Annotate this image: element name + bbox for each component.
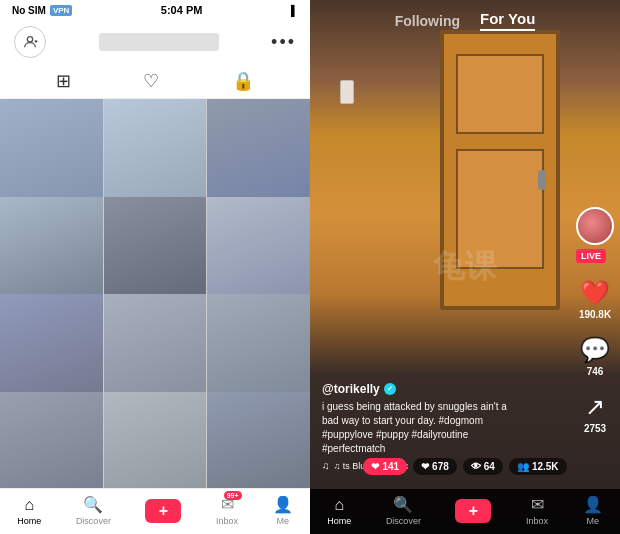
caption-text: i guess being attacked by snuggles ain't… xyxy=(322,400,522,456)
create-button-left[interactable]: + xyxy=(145,499,181,523)
nav-me-right[interactable]: 👤 Me xyxy=(583,495,603,526)
eye-stat-icon: 👁 xyxy=(471,461,481,472)
door-panel-bottom xyxy=(456,149,544,269)
stat-eye-value: 64 xyxy=(484,461,495,472)
profile-header: ••• xyxy=(0,20,310,64)
stat-user: 👥 12.5K xyxy=(509,458,567,475)
user-stat-icon: 👥 xyxy=(517,461,529,472)
bottom-navigation-right: ⌂ Home 🔍 Discover + ✉ Inbox 👤 Me xyxy=(310,489,620,534)
heart-icon: ♡ xyxy=(143,70,159,92)
wall-switch xyxy=(340,80,354,104)
stat-heart-red: ❤ 141 xyxy=(363,458,407,475)
profile-icon-right: 👤 xyxy=(583,495,603,514)
nav-home-label-left: Home xyxy=(17,516,41,526)
nav-me-left[interactable]: 👤 Me xyxy=(273,495,293,526)
create-button-right[interactable]: + xyxy=(455,499,491,523)
grid-tab[interactable]: ⊞ xyxy=(56,70,71,92)
comment-button[interactable]: 💬 746 xyxy=(580,336,610,377)
right-panel: 龟课 Following For You LIVE ❤️ 190.8K 💬 74… xyxy=(310,0,620,534)
vpn-badge: VPN xyxy=(50,5,72,16)
battery-indicator: ▌ xyxy=(291,5,298,16)
private-tab[interactable]: 🔒 xyxy=(232,70,254,92)
more-options-button[interactable]: ••• xyxy=(271,32,296,53)
carrier-text: No SIM xyxy=(12,5,46,16)
door-visual xyxy=(440,30,560,310)
bottom-navigation-left: ⌂ Home 🔍 Discover + ✉ 99+ Inbox 👤 Me xyxy=(0,488,310,534)
heart-icon-right: ❤️ xyxy=(580,279,610,307)
like-button[interactable]: ❤️ 190.8K xyxy=(579,279,611,320)
lock-icon: 🔒 xyxy=(232,70,254,92)
username-display xyxy=(99,33,219,51)
stat-user-value: 12.5K xyxy=(532,461,559,472)
nav-me-label-right: Me xyxy=(586,516,599,526)
video-grid: 308.0K 147.5K 148.3K 5.0M 2.0M 140.0K 16… xyxy=(0,99,310,488)
nav-discover-label-left: Discover xyxy=(76,516,111,526)
nav-me-label-left: Me xyxy=(276,516,289,526)
discover-icon-right: 🔍 xyxy=(393,495,413,514)
status-time: 5:04 PM xyxy=(161,4,203,16)
nav-discover-left[interactable]: 🔍 Discover xyxy=(76,495,111,526)
nav-home-label-right: Home xyxy=(327,516,351,526)
liked-tab[interactable]: ♡ xyxy=(143,70,159,92)
stat-heart-dark-value: 678 xyxy=(432,461,449,472)
comment-icon: 💬 xyxy=(580,336,610,364)
profile-icon-left: 👤 xyxy=(273,495,293,514)
door-panel-top xyxy=(456,54,544,134)
discover-icon-left: 🔍 xyxy=(83,495,103,514)
status-bar: No SIM VPN 5:04 PM ▌ xyxy=(0,0,310,20)
svg-point-0 xyxy=(27,37,32,42)
add-friend-button[interactable] xyxy=(14,26,46,58)
nav-inbox-right[interactable]: ✉ Inbox xyxy=(526,495,548,526)
nav-discover-label-right: Discover xyxy=(386,516,421,526)
author-avatar[interactable] xyxy=(576,207,614,245)
username-tag: @torikelly ✓ xyxy=(322,382,608,396)
left-panel: No SIM VPN 5:04 PM ▌ ••• ⊞ ♡ 🔒 30 xyxy=(0,0,310,534)
stat-eye: 👁 64 xyxy=(463,458,503,475)
heart-stat-icon-2: ❤ xyxy=(421,461,429,472)
nav-inbox-label-right: Inbox xyxy=(526,516,548,526)
for-you-tab[interactable]: For You xyxy=(480,10,535,31)
heart-stat-icon: ❤ xyxy=(371,461,379,472)
like-count: 190.8K xyxy=(579,309,611,320)
username-text: @torikelly xyxy=(322,382,380,396)
verified-icon: ✓ xyxy=(384,383,396,395)
top-navigation-right: Following For You xyxy=(310,0,620,41)
nav-discover-right[interactable]: 🔍 Discover xyxy=(386,495,421,526)
home-icon-left: ⌂ xyxy=(24,496,34,514)
door-frame xyxy=(440,30,560,310)
nav-create-left[interactable]: + xyxy=(145,499,181,523)
video-thumb-12[interactable]: 1.3M xyxy=(207,392,310,489)
status-left: No SIM VPN xyxy=(12,5,72,16)
live-badge: LIVE xyxy=(576,249,606,263)
grid-icon: ⊞ xyxy=(56,70,71,92)
nav-inbox-label-left: Inbox xyxy=(216,516,238,526)
nav-home-right[interactable]: ⌂ Home xyxy=(327,496,351,526)
avatar-container-right: LIVE xyxy=(576,207,614,263)
door-handle xyxy=(538,170,546,190)
nav-create-right[interactable]: + xyxy=(455,499,491,523)
following-tab[interactable]: Following xyxy=(395,13,460,29)
profile-tabs: ⊞ ♡ 🔒 xyxy=(0,64,310,99)
stat-heart-red-value: 141 xyxy=(382,461,399,472)
nav-inbox-left[interactable]: ✉ 99+ Inbox xyxy=(216,495,238,526)
video-thumb-10[interactable]: 183.9K xyxy=(0,392,103,489)
stat-heart-dark: ❤ 678 xyxy=(413,458,457,475)
nav-home-left[interactable]: ⌂ Home xyxy=(17,496,41,526)
inbox-badge-left: 99+ xyxy=(224,491,242,500)
video-thumb-11[interactable]: 186.1K xyxy=(104,392,207,489)
inbox-icon-right: ✉ xyxy=(531,495,544,514)
live-stats-bar: ❤ 141 ❤ 678 👁 64 👥 12.5K xyxy=(310,458,620,479)
home-icon-right: ⌂ xyxy=(334,496,344,514)
